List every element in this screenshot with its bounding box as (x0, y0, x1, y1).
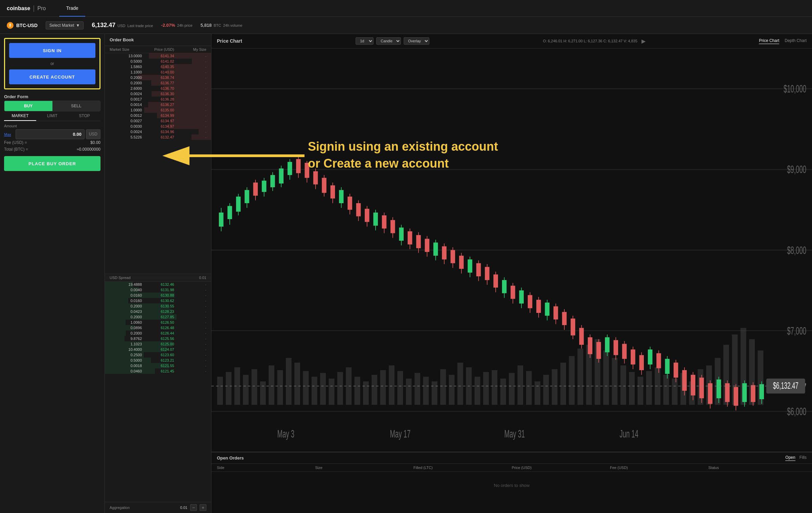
ob-ask-size: 0.0024 (110, 92, 142, 96)
ob-ask-mysize: - (174, 59, 206, 63)
ob-ask-mysize: - (174, 135, 206, 139)
spread-value: 0.01 (199, 276, 206, 280)
svg-rect-111 (347, 197, 352, 210)
select-market-button[interactable]: Select Market ▼ (46, 21, 84, 29)
spread-row: USD Spread 0.01 (105, 274, 211, 282)
ob-bid-price: 6132.46 (142, 282, 174, 286)
aggregation-decrease-button[interactable]: − (190, 504, 197, 511)
right-panel: Price Chart 1d1h1w CandleLine Overlay O:… (211, 34, 812, 513)
price-chart-tab[interactable]: Price Chart (759, 38, 779, 44)
sell-tab[interactable]: SELL (52, 101, 100, 111)
ob-bid-price: 6123.21 (142, 358, 174, 362)
svg-rect-37 (397, 371, 403, 405)
ob-ask-mysize: - (174, 113, 206, 117)
svg-rect-183 (656, 353, 661, 368)
aggregation-label: Aggregation (110, 506, 130, 510)
ob-ask-mysize: - (174, 124, 206, 128)
svg-rect-25 (294, 363, 300, 405)
ob-bid-price: 6126.48 (142, 326, 174, 330)
svg-rect-193 (699, 378, 704, 398)
ob-ask-size: 0.0030 (110, 124, 142, 128)
chart-expand-icon[interactable]: ▶ (641, 38, 646, 44)
svg-rect-161 (562, 312, 567, 325)
create-account-button[interactable]: CREATE ACCOUNT (9, 69, 95, 84)
svg-text:May 17: May 17 (390, 428, 410, 440)
svg-rect-64 (629, 372, 635, 405)
ob-bid-mysize: - (174, 342, 206, 346)
ob-ask-price: 6134.96 (142, 130, 174, 134)
svg-rect-147 (502, 280, 507, 293)
ob-bid-mysize: - (174, 337, 206, 341)
ob-ask-size: 1.5860 (110, 65, 142, 69)
depth-chart-tab[interactable]: Depth Chart (785, 38, 807, 44)
ob-bid-row: 1.0060 6126.50 - (105, 320, 211, 325)
ob-bid-row: 0.0896 6126.48 - (105, 325, 211, 330)
order-type-stop[interactable]: STOP (68, 111, 100, 121)
svg-rect-89 (253, 183, 258, 196)
ob-ask-price: 6136.27 (142, 103, 174, 107)
ob-bid-mysize: - (174, 331, 206, 335)
ticker-change: -2.07% (161, 23, 175, 28)
svg-rect-48 (492, 370, 497, 405)
ticker-currency: USD (117, 24, 125, 28)
order-book-title: Order Book (105, 34, 211, 46)
svg-rect-131 (433, 242, 438, 256)
place-order-button[interactable]: PLACE BUY ORDER (4, 156, 100, 171)
svg-text:Jun 14: Jun 14 (619, 428, 638, 440)
svg-rect-125 (408, 231, 412, 244)
oo-col-side: Side (217, 466, 315, 470)
chart-type-select[interactable]: CandleLine (376, 37, 401, 45)
svg-rect-36 (389, 365, 394, 405)
svg-rect-185 (665, 359, 670, 374)
svg-rect-43 (449, 375, 455, 405)
svg-rect-56 (560, 363, 566, 405)
sign-in-button[interactable]: SIGN IN (9, 43, 95, 58)
svg-rect-53 (535, 381, 540, 405)
ob-bid-mysize: - (174, 299, 206, 303)
ob-bid-row: 0.0160 6130.88 - (105, 293, 211, 298)
svg-rect-167 (588, 337, 592, 354)
svg-rect-99 (296, 159, 301, 173)
oo-tab-open[interactable]: Open (785, 455, 795, 461)
svg-rect-179 (639, 355, 644, 370)
oo-col-size: Size (315, 466, 414, 470)
svg-rect-62 (612, 358, 617, 405)
auth-box: SIGN IN or CREATE ACCOUNT (4, 38, 100, 89)
period-select[interactable]: 1d1h1w (356, 37, 374, 45)
total-row: Total (BTC) = ≈0.00000000 (4, 146, 100, 153)
svg-rect-24 (286, 358, 292, 405)
ob-ask-mysize: - (174, 70, 206, 74)
svg-rect-58 (578, 348, 583, 405)
order-type-market[interactable]: MARKET (4, 111, 36, 121)
ob-ask-mysize: - (174, 130, 206, 134)
aggregation-increase-button[interactable]: + (200, 504, 206, 511)
ob-bid-price: 6124.07 (142, 347, 174, 351)
oo-col-filled: Filled (LTC) (413, 466, 512, 470)
svg-rect-16 (217, 377, 223, 405)
ob-ask-mysize: - (174, 119, 206, 123)
order-type-limit[interactable]: LIMIT (36, 111, 68, 121)
overlay-select[interactable]: Overlay (404, 37, 429, 45)
order-book-panel: Order Book Market Size Price (USD) My Si… (105, 34, 211, 513)
ticker-price-label: Last trade price (128, 24, 153, 28)
svg-rect-117 (373, 213, 378, 226)
ob-ask-row: 0.2000 6138.74 - (105, 75, 211, 80)
ob-bid-size: 0.0040 (110, 288, 142, 292)
ob-ask-size: 0.0012 (110, 113, 142, 117)
svg-rect-66 (646, 371, 652, 405)
ob-ask-row: 0.0012 6134.99 - (105, 113, 211, 118)
buy-tab[interactable]: BUY (4, 101, 52, 111)
ob-ask-row: 0.5000 6141.02 - (105, 59, 211, 64)
ob-bid-mysize: - (174, 369, 206, 373)
svg-rect-27 (312, 377, 317, 405)
ob-bid-size: 19.4888 (110, 282, 142, 286)
nav-tab-trade[interactable]: Trade (59, 0, 85, 17)
svg-rect-171 (605, 337, 610, 352)
svg-rect-20 (251, 369, 257, 405)
amount-input[interactable] (16, 129, 85, 139)
open-orders-panel: Open Orders Open Fills Side Size Filled … (211, 452, 812, 513)
order-form-section: Order Form BUY SELL MARKET LIMIT STOP Am… (4, 93, 100, 171)
svg-text:$6,000: $6,000 (787, 406, 806, 417)
max-link[interactable]: Max (4, 132, 14, 136)
oo-tab-fills[interactable]: Fills (799, 455, 807, 461)
